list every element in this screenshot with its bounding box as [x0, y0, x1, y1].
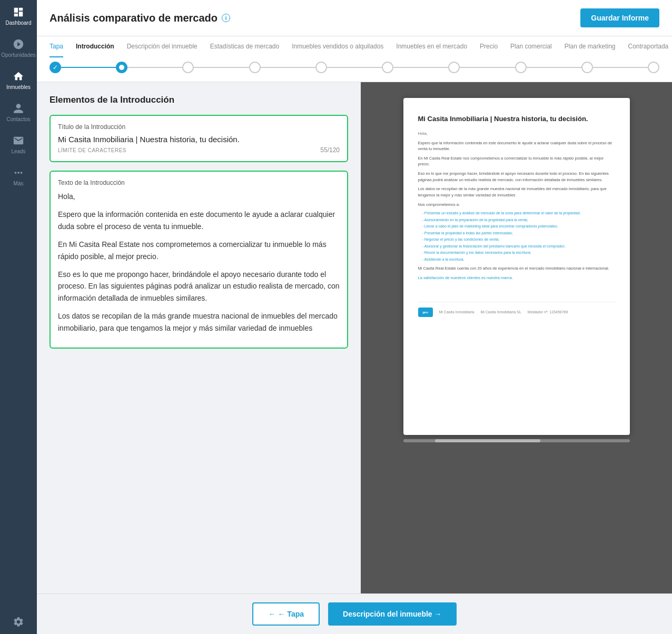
step-connector-6 [460, 67, 515, 68]
scrollbar-track [403, 439, 630, 442]
char-count-row: LÍMITE DE CARACTERES 55/120 [58, 146, 340, 154]
sidebar-item-oportunidades[interactable]: Oportunidades [0, 32, 37, 64]
steps-track: ✓ [50, 57, 659, 82]
preview-paragraphs: Espero que la información contenida en e… [418, 140, 615, 199]
step-circle-4[interactable] [315, 62, 327, 73]
doc-closing1: Mi Casita Real Estate cuenta con 20 años… [418, 265, 615, 272]
step-circle-7[interactable] [515, 62, 527, 73]
sidebar-label-dashboard: Dashboard [6, 20, 32, 26]
step-circle-0[interactable]: ✓ [50, 62, 61, 73]
step-connector-7 [527, 67, 581, 68]
step-label-marketing[interactable]: Plan de marketing [565, 36, 616, 57]
step-connector-4 [327, 67, 382, 68]
title-field-box: Título de la Introducción LÍMITE DE CARA… [50, 115, 348, 162]
page-title: Análisis comparativo de mercado i [50, 12, 230, 24]
char-count: 55/120 [320, 146, 340, 154]
doc-footer-company: Mi Casita Inmobiliaria [439, 310, 475, 315]
doc-footer-legal: Mi Casita Inmobiliaria SL [480, 310, 521, 315]
char-limit-label: LÍMITE DE CARACTERES [58, 147, 126, 153]
sidebar-label-contactos: Contactos [6, 116, 30, 122]
doc-greeting: Hola, [418, 131, 615, 137]
step-connector-0 [61, 67, 116, 68]
header: Análisis comparativo de mercado i Guarda… [37, 0, 672, 36]
steps-labels: Tapa Introducción Descripción del inmueb… [50, 36, 659, 57]
step-circle-8[interactable] [581, 62, 593, 73]
sidebar-label-mas: Más [14, 181, 24, 186]
step-circle-2[interactable] [182, 62, 194, 73]
sidebar-item-contactos[interactable]: Contactos [0, 96, 37, 128]
step-label-estadisticas[interactable]: Estadísticas de mercado [210, 36, 279, 57]
step-label-comercial[interactable]: Plan comercial [510, 36, 552, 57]
step-connector-8 [593, 67, 648, 68]
back-arrow-icon: ← [268, 610, 275, 618]
main-content: Análisis comparativo de mercado i Guarda… [37, 0, 672, 634]
step-circle-9[interactable] [648, 62, 659, 73]
back-label: ← Tapa [278, 610, 304, 618]
sidebar: Dashboard Oportunidades Inmuebles Contac… [0, 0, 37, 634]
sidebar-item-dashboard[interactable]: Dashboard [0, 0, 37, 32]
back-button[interactable]: ← ← Tapa [252, 602, 320, 626]
step-label-introduccion[interactable]: Introducción [76, 36, 114, 57]
step-label-precio[interactable]: Precio [480, 36, 498, 57]
body-area: Elementos de la Introducción Título de l… [37, 82, 672, 593]
step-connector-2 [194, 67, 249, 68]
sidebar-label-inmuebles: Inmuebles [6, 84, 31, 90]
title-input[interactable] [58, 135, 340, 144]
bottom-nav: ← ← Tapa Descripción del inmueble → [37, 593, 672, 634]
step-connector-3 [261, 67, 315, 68]
title-field-label: Título de la Introducción [58, 123, 340, 131]
step-circle-6[interactable] [448, 62, 460, 73]
doc-commitments-intro: Nos comprometemos a: [418, 202, 615, 208]
right-panel: Mi Casita Inmobiliaria | Nuestra histori… [361, 82, 672, 593]
sidebar-item-mas[interactable]: Más [0, 161, 37, 193]
step-label-contraportada[interactable]: Contraportada [628, 36, 669, 57]
step-label-descripcion[interactable]: Descripción del inmueble [127, 36, 197, 57]
doc-preview-title: Mi Casita Inmobiliaria | Nuestra histori… [418, 114, 615, 124]
step-connector-5 [393, 67, 448, 68]
next-label: Descripción del inmueble → [343, 610, 442, 618]
step-circle-1[interactable] [116, 62, 127, 73]
body-textarea[interactable]: Hola,Espero que la información contenida… [58, 191, 340, 340]
sidebar-label-oportunidades: Oportunidades [1, 52, 36, 58]
next-button[interactable]: Descripción del inmueble → [328, 602, 457, 626]
step-label-mercado[interactable]: Inmuebles en el mercado [396, 36, 467, 57]
sidebar-label-leads: Leads [11, 148, 25, 154]
scrollbar-thumb[interactable] [435, 439, 540, 442]
step-circle-5[interactable] [382, 62, 393, 73]
sidebar-item-settings[interactable] [0, 610, 37, 634]
step-label-vendidos[interactable]: Inmuebles vendidos o alquilados [292, 36, 383, 57]
step-circle-3[interactable] [249, 62, 261, 73]
doc-closing2: La satisfacción de nuestros clientes es … [418, 275, 615, 281]
info-icon[interactable]: i [222, 14, 230, 22]
section-title: Elementos de la Introducción [50, 95, 348, 105]
body-field-label: Texto de la Introducción [58, 179, 340, 186]
check-icon: ✓ [53, 64, 58, 71]
save-button[interactable]: Guardar Informe [580, 8, 659, 27]
sidebar-item-leads[interactable]: Leads [0, 128, 37, 161]
doc-preview: Mi Casita Inmobiliaria | Nuestra histori… [403, 98, 630, 435]
body-field-box: Texto de la Introducción Hola,Espero que… [50, 171, 348, 349]
step-connector-1 [127, 67, 182, 68]
doc-footer: geo Mi Casita Inmobiliaria Mi Casita Inm… [418, 302, 615, 317]
sidebar-item-inmuebles[interactable]: Inmuebles [0, 64, 37, 96]
step-label-tapa[interactable]: Tapa [50, 36, 63, 57]
doc-footer-mediator: Mediador nº: 123456789 [528, 310, 568, 315]
preview-commitments: - Presentar un estudio y análisis de mer… [422, 211, 615, 262]
current-dot [119, 65, 124, 70]
doc-logo: geo [418, 308, 433, 317]
steps-nav: Tapa Introducción Descripción del inmueb… [37, 36, 672, 82]
left-panel: Elementos de la Introducción Título de l… [37, 82, 361, 593]
